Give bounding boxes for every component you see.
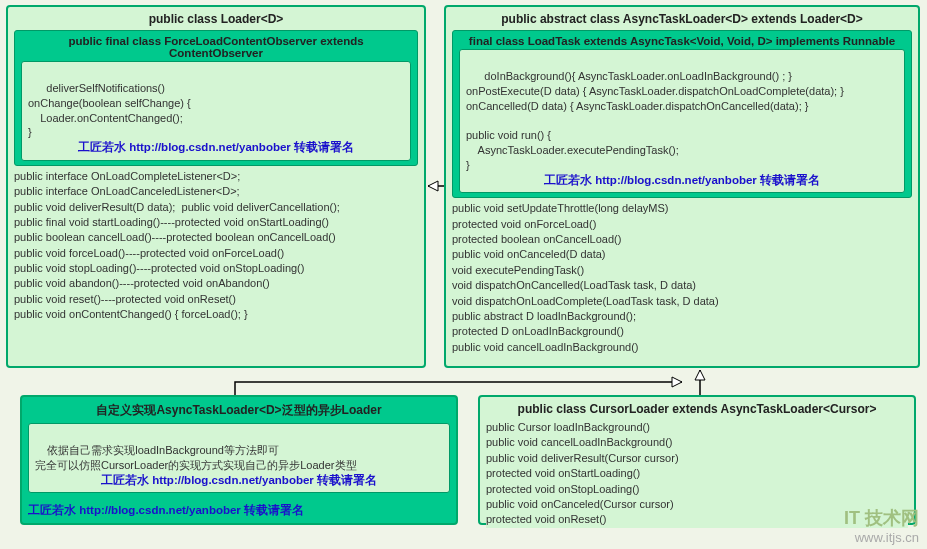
loader-title: public class Loader<D> (14, 10, 418, 30)
loader-inner-title: public final class ForceLoadContentObser… (21, 35, 411, 61)
async-inner-body: doInBackground(){ AsyncTaskLoader.onLoad… (466, 70, 844, 171)
custom-body: 依据自己需求实现loadInBackground等方法即可 完全可以仿照Curs… (35, 444, 357, 471)
custom-title: 自定义实现AsyncTaskLoader<D>泛型的异步Loader (28, 400, 450, 423)
asynctaskloader-class-box: public abstract class AsyncTaskLoader<D>… (444, 5, 920, 368)
cursor-title: public class CursorLoader extends AsyncT… (486, 400, 908, 420)
signature-text: 工匠若水 http://blog.csdn.net/yanbober 转载请署名 (28, 493, 450, 518)
loader-methods: public interface OnLoadCompleteListener<… (14, 169, 418, 323)
async-inner-title: final class LoadTask extends AsyncTask<V… (459, 35, 905, 49)
loader-inner-box: public final class ForceLoadContentObser… (14, 30, 418, 166)
signature-text: 工匠若水 http://blog.csdn.net/yanbober 转载请署名 (35, 473, 443, 489)
async-methods: public void setUpdateThrottle(long delay… (452, 201, 912, 355)
cursorloader-class-box: public class CursorLoader extends AsyncT… (478, 395, 916, 525)
signature-text: 工匠若水 http://blog.csdn.net/yanbober 转载请署名 (466, 173, 898, 189)
async-title: public abstract class AsyncTaskLoader<D>… (452, 10, 912, 30)
loader-inner-body: deliverSelfNotifications() onChange(bool… (28, 82, 191, 139)
custom-loader-box: 自定义实现AsyncTaskLoader<D>泛型的异步Loader 依据自己需… (20, 395, 458, 525)
async-inner-box: final class LoadTask extends AsyncTask<V… (452, 30, 912, 198)
watermark-url: www.itjs.cn (844, 530, 919, 545)
signature-text: 工匠若水 http://blog.csdn.net/yanbober 转载请署名 (28, 140, 404, 156)
loader-class-box: public class Loader<D> public final clas… (6, 5, 426, 368)
cursor-methods: public Cursor loadInBackground() public … (486, 420, 908, 528)
